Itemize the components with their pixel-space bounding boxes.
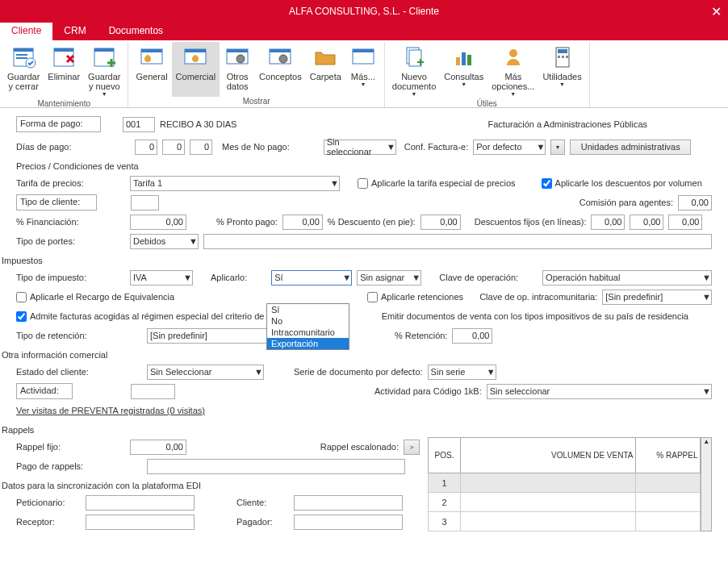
mas-button[interactable]: Más...▼	[345, 42, 381, 97]
fin-input[interactable]	[130, 215, 186, 230]
forma-pago-desc: RECIBO A 30 DIAS	[160, 119, 236, 129]
nuevo-doc-button[interactable]: Nuevo documento▼	[388, 42, 440, 99]
dropdown-option[interactable]: Exportación	[267, 338, 349, 349]
aplicar-select[interactable]: Sí▼	[271, 270, 352, 286]
forma-pago-button[interactable]: Forma de pago:	[16, 116, 101, 132]
tipo-imp-select[interactable]: IVA▼	[130, 270, 193, 286]
save-close-button[interactable]: Guardar y cerrar	[3, 42, 44, 99]
table-row[interactable]: 3	[429, 512, 701, 531]
df2-input[interactable]	[630, 215, 663, 230]
th-vol: VOLUMEN DE VENTA	[461, 438, 636, 473]
retenciones-check[interactable]: Aplicarle retenciones	[367, 292, 463, 302]
mas-opciones-button[interactable]: Más opciones...▼	[487, 42, 538, 99]
clave-intra-select[interactable]: [Sin predefinir]▼	[602, 290, 712, 305]
dia2-input[interactable]	[162, 140, 185, 155]
actividad-input[interactable]	[131, 384, 175, 399]
section-edi: Datos para la sincronización con la plat…	[2, 481, 420, 490]
conceptos-icon	[267, 44, 293, 70]
pago-rap-input[interactable]	[147, 459, 405, 474]
comercial-button[interactable]: Comercial	[172, 42, 220, 97]
scrollbar[interactable]: ▲	[701, 437, 712, 531]
mes-no-select[interactable]: Sin seleccionar▼	[324, 140, 396, 155]
forma-pago-code[interactable]	[123, 117, 155, 132]
comision-input[interactable]	[678, 195, 712, 210]
calc-icon	[550, 44, 575, 70]
ribbon: Guardar y cerrar Eliminar Guardar y nuev…	[0, 40, 728, 108]
svg-point-19	[236, 55, 245, 63]
dia3-input[interactable]	[190, 140, 212, 155]
clave-op-label: Clave de operación:	[439, 273, 518, 282]
dias-pago-label: Días de pago:	[16, 142, 113, 152]
pet-label: Peticionario:	[16, 498, 81, 507]
pag-input[interactable]	[294, 515, 403, 530]
conf-e-select[interactable]: Por defecto▼	[473, 140, 546, 155]
general-button[interactable]: General	[132, 42, 171, 97]
tarifa-especial-check[interactable]: Aplicarle la tarifa especial de precios	[358, 178, 516, 189]
fact-admin-label: Facturación a Administraciones Públicas	[488, 119, 647, 129]
table-row[interactable]: 1	[429, 473, 701, 493]
descpie-input[interactable]	[420, 215, 461, 230]
pag-label: Pagador:	[236, 517, 289, 527]
consultas-button[interactable]: Consultas▼	[440, 42, 487, 99]
pet-input[interactable]	[86, 495, 195, 511]
aplicar-dest-select[interactable]: Sin asignar▼	[357, 270, 421, 286]
unidades-button[interactable]: Unidades administrativas	[570, 140, 691, 155]
svg-rect-27	[456, 57, 460, 65]
delete-button[interactable]: Eliminar	[44, 42, 84, 99]
desc-vol-check[interactable]: Aplicarle los descuentos por volumen	[542, 178, 702, 189]
portes-desc-input[interactable]	[203, 234, 712, 249]
pct-ret-input[interactable]	[452, 328, 492, 344]
regimen-check[interactable]: Admite facturas acogidas al régimen espe…	[16, 311, 283, 322]
save-new-button[interactable]: Guardar y nuevo ▼	[84, 42, 124, 99]
rec-input[interactable]	[86, 515, 195, 530]
clave-op-select[interactable]: Operación habitual▼	[542, 270, 712, 286]
svg-point-30	[509, 49, 517, 57]
tab-cliente[interactable]: Cliente	[0, 23, 52, 40]
dropdown-option[interactable]: Intracomunitario	[267, 327, 349, 338]
cli-input[interactable]	[294, 495, 403, 511]
rapf-input[interactable]	[130, 440, 186, 455]
visitas-link[interactable]: Ver visitas de PREVENTA registradas (0 v…	[16, 406, 205, 415]
conf-e-more-button[interactable]: ▾	[550, 140, 565, 155]
dia1-input[interactable]	[135, 140, 157, 155]
svg-rect-10	[141, 49, 162, 52]
section-otra: Otra información comercial	[2, 350, 712, 360]
serie-select[interactable]: Sin serie▼	[428, 365, 496, 380]
svg-rect-33	[558, 56, 560, 58]
portes-select[interactable]: Debidos▼	[130, 234, 199, 249]
dropdown-option[interactable]: No	[267, 315, 349, 327]
tab-crm[interactable]: CRM	[52, 23, 97, 40]
rape-label: Rappel escalonado:	[320, 442, 399, 452]
table-row[interactable]: 2	[429, 493, 701, 512]
df3-input[interactable]	[668, 215, 702, 230]
pronto-input[interactable]	[282, 215, 323, 230]
tarifa-select[interactable]: Tarifa 1▼	[130, 176, 340, 191]
close-icon[interactable]: ✕	[711, 4, 722, 19]
conceptos-button[interactable]: Conceptos	[255, 42, 306, 97]
otros-datos-button[interactable]: Otros datos	[220, 42, 255, 97]
regimen2-label: Emitir documentos de venta con los tipos…	[382, 311, 688, 321]
recargo-check[interactable]: Aplicarle el Recargo de Equivalencia	[16, 292, 208, 302]
svg-rect-1	[14, 48, 33, 52]
svg-rect-32	[558, 49, 567, 53]
df1-input[interactable]	[591, 215, 625, 230]
fin-label: % Financiación:	[16, 217, 125, 227]
tab-documentos[interactable]: Documentos	[98, 23, 174, 40]
estado-select[interactable]: Sin Seleccionar▼	[147, 365, 264, 380]
act1kb-select[interactable]: Sin seleccionar▼	[487, 384, 712, 399]
tipo-ret-select[interactable]: [Sin predefinir]▼	[147, 328, 280, 344]
chart-icon	[451, 44, 477, 70]
svg-point-16	[194, 55, 197, 58]
utilidades-button[interactable]: Utilidades▼	[538, 42, 585, 99]
rape-button[interactable]: >	[404, 440, 420, 455]
svg-rect-35	[566, 56, 568, 58]
tipo-cliente-button[interactable]: Tipo de cliente:	[16, 194, 97, 210]
carpeta-button[interactable]: Carpeta	[306, 42, 345, 97]
svg-rect-18	[227, 49, 248, 52]
svg-rect-3	[16, 57, 27, 59]
dropdown-option[interactable]: Sí	[267, 304, 349, 315]
menu-tabs: Cliente CRM Documentos	[0, 23, 728, 40]
actividad-button[interactable]: Actividad:	[16, 383, 73, 399]
comision-label: Comisión para agentes:	[579, 198, 673, 207]
tipo-cliente-input[interactable]	[131, 195, 159, 210]
